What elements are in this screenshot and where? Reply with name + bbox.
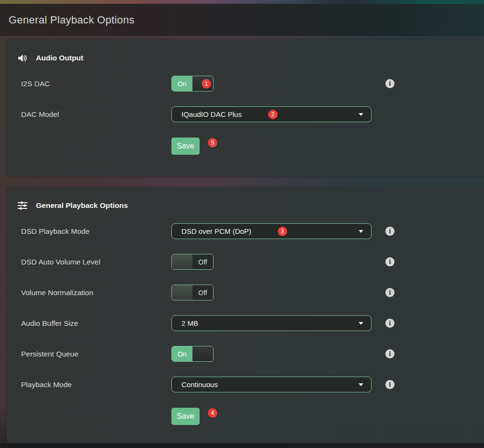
toggle-state-label: Off [192, 285, 213, 300]
setting-label: DAC Model [21, 110, 171, 119]
annotation-badge: 2 [268, 110, 278, 119]
info-icon[interactable]: i [385, 349, 394, 358]
info-icon[interactable]: i [385, 380, 394, 389]
chevron-down-icon [359, 322, 363, 325]
select-value: IQaudIO DAC Plus [181, 110, 242, 118]
chevron-down-icon [359, 383, 363, 386]
panel-header: Audio Output [7, 39, 484, 65]
setting-control: Continuous i [171, 377, 484, 392]
settings-row: DAC Model IQaudIO DAC Plus 2 [7, 106, 484, 122]
settings-rows: I2S DAC On 1 i DAC Model IQaudIO DAC Plu… [7, 76, 484, 122]
setting-label: DSD Auto Volume Level [21, 258, 171, 266]
setting-control: Off i [171, 285, 484, 300]
setting-control: On 1 i [171, 76, 484, 92]
toggle-switch[interactable]: Off [171, 254, 214, 270]
annotation-badge: 4 [208, 408, 217, 418]
settings-row: DSD Auto Volume Level Off i [7, 254, 484, 270]
sliders-icon [17, 201, 28, 210]
setting-label: Volume Normalization [21, 288, 171, 297]
settings-row: Audio Buffer Size 2 MB i [7, 315, 484, 331]
toggle-knob[interactable] [192, 346, 213, 361]
save-row: Save 4 [7, 408, 484, 425]
page-title: General Playback Options [9, 14, 135, 26]
setting-label: Persistent Queue [21, 350, 171, 358]
setting-label: DSD Playback Mode [21, 227, 171, 236]
info-icon[interactable]: i [385, 79, 394, 88]
toggle-state-label: On [172, 76, 192, 91]
chevron-down-icon [359, 230, 363, 233]
settings-row: I2S DAC On 1 i [7, 76, 484, 92]
toggle-knob[interactable] [172, 285, 192, 300]
toggle-state-label: Off [192, 254, 213, 269]
annotation-badge: 1 [202, 79, 211, 89]
info-icon[interactable]: i [385, 227, 394, 236]
setting-label: I2S DAC [21, 80, 171, 88]
select-value: 2 MB [181, 319, 198, 327]
setting-control: DSD over PCM (DoP) 3 i [171, 223, 484, 239]
annotation-badge: 3 [278, 227, 287, 236]
info-icon[interactable]: i [385, 288, 394, 297]
select-value: DSD over PCM (DoP) [181, 227, 251, 235]
toggle-switch[interactable]: On 1 [171, 76, 214, 92]
toggle-knob[interactable] [172, 254, 192, 269]
select-dropdown[interactable]: DSD over PCM (DoP) 3 [171, 223, 371, 239]
volume-up-icon [17, 53, 28, 63]
info-icon[interactable]: i [385, 257, 394, 266]
select-dropdown[interactable]: IQaudIO DAC Plus 2 [171, 106, 371, 122]
toggle-switch[interactable]: Off [171, 285, 214, 300]
select-dropdown[interactable]: 2 MB [171, 315, 371, 331]
panel-general-playback-options: General Playback Options DSD Playback Mo… [7, 187, 484, 443]
select-dropdown[interactable]: Continuous [171, 377, 371, 392]
toggle-switch[interactable]: On [171, 346, 214, 362]
save-button[interactable]: Save [171, 138, 200, 155]
chevron-down-icon [359, 113, 363, 116]
settings-row: Volume Normalization Off i [7, 285, 484, 300]
settings-row: DSD Playback Mode DSD over PCM (DoP) 3 i [7, 223, 484, 239]
setting-label: Audio Buffer Size [21, 319, 171, 328]
settings-row: Playback Mode Continuous i [7, 377, 484, 392]
annotation-badge: 5 [208, 138, 217, 148]
setting-control: IQaudIO DAC Plus 2 [171, 106, 484, 122]
info-icon[interactable]: i [385, 319, 394, 328]
setting-control: On i [171, 346, 484, 362]
setting-label: Playback Mode [21, 380, 171, 389]
select-value: Continuous [181, 380, 218, 389]
save-row: Save 5 [7, 138, 484, 155]
page-header: General Playback Options [0, 4, 484, 36]
background-art-strip [0, 0, 484, 4]
settings-row: Persistent Queue On i [7, 346, 484, 362]
settings-rows: DSD Playback Mode DSD over PCM (DoP) 3 i… [7, 223, 484, 392]
panel-header: General Playback Options [7, 187, 484, 213]
panel-title: Audio Output [36, 54, 83, 62]
save-button[interactable]: Save [171, 408, 200, 425]
page-bottom-strip [0, 443, 484, 448]
setting-control: 2 MB i [171, 315, 484, 331]
panel-title: General Playback Options [36, 201, 128, 210]
toggle-state-label: On [172, 346, 192, 361]
setting-control: Off i [171, 254, 484, 270]
panel-audio-output: Audio Output I2S DAC On 1 i DAC Model IQ… [7, 39, 484, 176]
